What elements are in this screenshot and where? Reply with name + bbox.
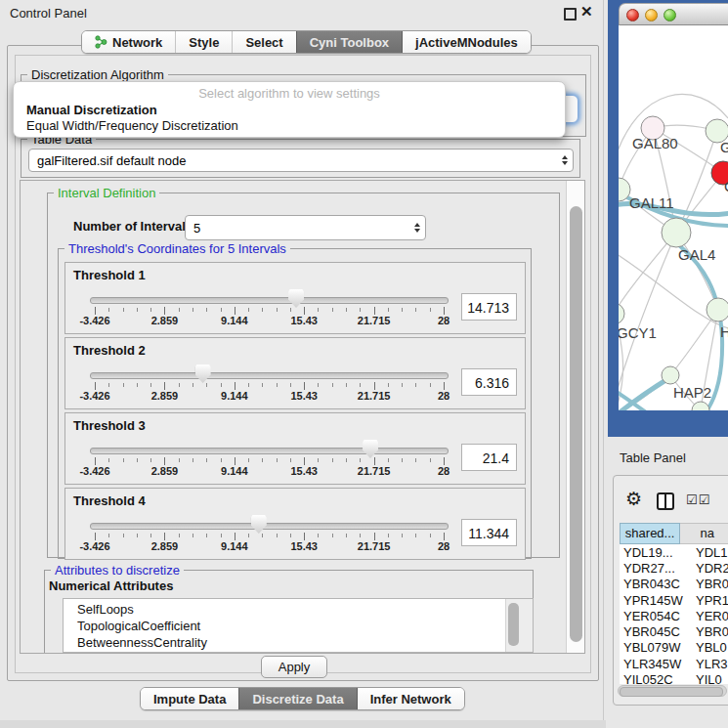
tick-label: 21.715 — [358, 390, 391, 402]
numerical-attributes-list[interactable]: SelfLoops TopologicalCoefficient Between… — [63, 598, 534, 653]
close-icon[interactable]: ✕ — [580, 3, 593, 21]
table-cell: YBL079W — [620, 640, 696, 655]
threshold-value-field[interactable]: 6.316 — [461, 368, 517, 396]
scrollbar-thumb[interactable] — [570, 206, 582, 642]
slider-track[interactable] — [90, 523, 449, 530]
tab-impute-data[interactable]: Impute Data — [141, 688, 238, 709]
threshold-coordinates-title: Threshold's Coordinates for 5 Intervals — [64, 241, 290, 256]
network-window-titlebar[interactable] — [619, 3, 728, 25]
tick-label: 2.859 — [151, 465, 179, 477]
table-cell: YPR145W — [620, 593, 696, 608]
table-cell: YDL19... — [620, 545, 696, 560]
slider-handle[interactable] — [363, 440, 378, 458]
node-label: GAL11 — [629, 194, 674, 211]
interval-definition-title: Interval Definition — [54, 186, 159, 200]
numerical-attributes-label: Numerical Attributes — [49, 578, 173, 593]
number-of-intervals-combobox[interactable]: 5 — [185, 215, 426, 240]
float-window-icon[interactable] — [564, 8, 577, 21]
discretization-algorithm-title: Discretization Algorithm — [27, 67, 168, 82]
window-bottom-edge — [0, 720, 606, 728]
slider-minor-ticks — [95, 308, 445, 312]
columns-icon[interactable] — [657, 492, 674, 510]
slider-track[interactable] — [90, 372, 449, 379]
slider-track[interactable] — [90, 297, 449, 304]
checkbox-icons[interactable]: ☑☑ — [686, 492, 710, 507]
settings-scrollbar[interactable] — [566, 181, 584, 653]
tick-label: -3.426 — [79, 315, 109, 326]
table-row[interactable]: YIL052CYIL0 — [620, 671, 728, 684]
table-data-combobox[interactable]: galFiltered.sif default node — [28, 149, 574, 172]
tab-style[interactable]: Style — [175, 31, 232, 53]
close-traffic-light-icon[interactable] — [626, 9, 639, 21]
gear-icon[interactable]: ⚙ — [625, 488, 642, 510]
threshold-coordinates-group: Threshold's Coordinates for 5 Intervals … — [58, 248, 532, 559]
tab-select[interactable]: Select — [232, 31, 295, 53]
popup-item-manual-discretization[interactable]: Manual Discretization — [26, 103, 157, 117]
tab-discretize-data[interactable]: Discretize Data — [238, 688, 356, 709]
combo-stepper-icon — [414, 223, 420, 233]
table-cell: YBR045C — [620, 624, 696, 639]
tick-label: 9.144 — [221, 465, 248, 477]
slider-minor-ticks — [95, 458, 445, 462]
table-row[interactable]: YBR045CYBR0 — [620, 623, 728, 639]
table-row[interactable]: YLR345WYLR3 — [620, 656, 728, 671]
tick-label: 28 — [438, 540, 450, 552]
table-cell: YBR0 — [696, 624, 728, 639]
table-cell: YPR1 — [696, 593, 728, 608]
table-cell: YER0 — [696, 609, 728, 623]
tick-label: 2.859 — [151, 390, 179, 402]
slider-minor-ticks — [95, 383, 445, 387]
node[interactable] — [707, 298, 728, 321]
table-cell: YBR0 — [696, 577, 728, 591]
tab-jactivemnodules[interactable]: jActiveMNodules — [402, 31, 531, 53]
table-row[interactable]: YDR27...YDR2 — [620, 560, 728, 576]
popup-item-equal-width-frequency[interactable]: Equal Width/Frequency Discretization — [26, 118, 238, 133]
node-gcy1[interactable] — [619, 303, 624, 324]
table-row[interactable]: YPR145WYPR1 — [620, 592, 728, 608]
slider-handle[interactable] — [195, 364, 211, 383]
panel-divider — [603, 0, 604, 728]
tab-network[interactable]: Network — [82, 31, 175, 53]
slider-handle[interactable] — [288, 289, 304, 308]
interval-definition-group: Interval Definition Number of Intervals … — [47, 193, 560, 558]
table-rows: YDL19...YDL1YDR27...YDR2YBR043CYBR0YPR14… — [620, 544, 728, 684]
slider-handle[interactable] — [251, 515, 267, 534]
threshold-box: Threshold 3 -3.426 2.859 9.144 15.43 21.… — [64, 412, 526, 485]
table-row[interactable]: YBL079WYBL0 — [620, 640, 728, 656]
node-hap2[interactable] — [662, 366, 679, 384]
list-scrollbar[interactable] — [505, 599, 533, 652]
threshold-box: Threshold 1 -3.426 2.859 9.144 15.43 21.… — [64, 262, 526, 334]
threshold-value-field[interactable]: 14.713 — [461, 293, 517, 321]
tick-label: 9.144 — [221, 540, 248, 552]
threshold-value-field[interactable]: 21.4 — [461, 444, 517, 471]
slider-track[interactable] — [90, 448, 449, 454]
attributes-group: Attributes to discretize Numerical Attri… — [44, 570, 534, 654]
network-icon — [95, 35, 107, 49]
tab-cyni-toolbox[interactable]: Cyni Toolbox — [296, 31, 402, 53]
tick-label: 28 — [438, 465, 450, 477]
apply-button[interactable]: Apply — [261, 656, 327, 678]
column-header-shared-name[interactable]: shared... — [620, 523, 680, 544]
table-row[interactable]: YBR043CYBR0 — [620, 577, 728, 592]
table-row[interactable]: YER054CYER0 — [620, 608, 728, 623]
slider-minor-ticks — [95, 534, 445, 537]
table-horizontal-scrollbar[interactable] — [618, 685, 727, 697]
column-header-name[interactable]: na — [680, 523, 728, 544]
table-row[interactable]: YDL19...YDL1 — [620, 544, 728, 560]
node-label: GCY1 — [619, 324, 657, 341]
node-gal4[interactable] — [662, 218, 691, 247]
scrollbar-thumb[interactable] — [620, 687, 723, 697]
list-item[interactable]: SelfLoops — [64, 601, 505, 618]
zoom-traffic-light-icon[interactable] — [664, 9, 676, 21]
tab-infer-network[interactable]: Infer Network — [357, 688, 464, 709]
table-cell: YIL0 — [696, 672, 728, 684]
threshold-value-field[interactable]: 11.344 — [461, 519, 517, 546]
network-nodes[interactable] — [619, 116, 728, 410]
network-canvas[interactable]: GAL80 G C GAL11 GAL4 GCY1 H HAP2 — [619, 25, 728, 410]
list-item[interactable]: BetweennessCentrality — [64, 634, 505, 651]
minimize-traffic-light-icon[interactable] — [645, 9, 658, 21]
list-item[interactable]: TopologicalCoefficient — [64, 618, 505, 634]
node[interactable] — [692, 402, 709, 410]
tick-label: 21.715 — [358, 315, 391, 326]
table-cell: YDR2 — [696, 561, 728, 576]
